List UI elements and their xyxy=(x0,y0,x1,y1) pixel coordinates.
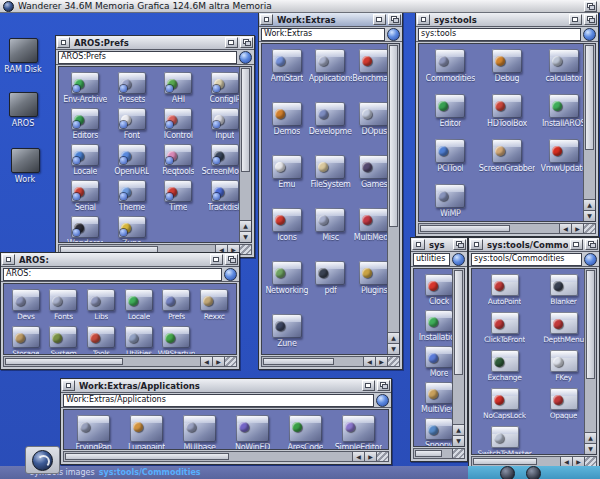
scroll-down-arrow[interactable]: ▼ xyxy=(240,231,251,242)
scroll-right-arrow[interactable]: ▶ xyxy=(212,357,224,366)
scroll-left-arrow[interactable]: ◀ xyxy=(200,357,212,366)
depth-gadget[interactable] xyxy=(240,37,253,48)
scroll-left-arrow[interactable]: ◀ xyxy=(363,357,375,366)
aros-boing-logo-icon[interactable] xyxy=(32,450,53,471)
icon-switchtomaster[interactable]: SwitchToMaster xyxy=(475,426,534,455)
icon-simpleeditor[interactable]: SimpleEditor xyxy=(332,415,385,450)
path-input[interactable]: sys:tools/Commodities xyxy=(471,253,582,266)
icon-arescode[interactable]: AresCode xyxy=(279,415,332,450)
icon-nocapslock[interactable]: NoCapsLock xyxy=(475,388,534,426)
icon-wbstartup[interactable]: WBStartup xyxy=(158,326,196,355)
icon-icontrol[interactable]: IControl xyxy=(155,108,202,144)
icon-wanderer[interactable]: Wanderer xyxy=(62,216,109,243)
depth-gadget[interactable] xyxy=(388,14,401,25)
goto-ball-button[interactable] xyxy=(239,51,252,64)
scroll-thumb[interactable] xyxy=(263,358,334,365)
icon-utilities[interactable]: Utilities xyxy=(120,326,158,355)
icon-wimp[interactable]: WiMP xyxy=(422,184,479,222)
icon-rexxc[interactable]: Rexxc xyxy=(195,289,233,326)
vertical-scrollbar[interactable]: ▲ ▼ xyxy=(583,44,595,221)
zoom-gadget[interactable] xyxy=(210,254,223,265)
resize-corner[interactable] xyxy=(584,457,596,466)
goto-ball-button[interactable] xyxy=(387,28,400,41)
goto-ball-button[interactable] xyxy=(224,268,237,281)
icon-system[interactable]: System xyxy=(45,326,83,355)
scroll-thumb[interactable] xyxy=(473,458,537,465)
status-path-link[interactable]: sys:tools/Commodities xyxy=(99,468,201,477)
icon-theme[interactable]: Theme xyxy=(109,180,156,216)
scroll-left-arrow[interactable]: ◀ xyxy=(559,224,571,233)
close-gadget[interactable] xyxy=(412,239,425,250)
vertical-scrollbar[interactable]: ▲ ▼ xyxy=(387,44,399,354)
scroll-down-arrow[interactable]: ▼ xyxy=(585,443,596,454)
icon-filesystem[interactable]: FileSystem xyxy=(309,155,353,208)
icon-devs[interactable]: Devs xyxy=(7,289,45,326)
scroll-right-arrow[interactable]: ▶ xyxy=(571,224,583,233)
icon-misc[interactable]: Misc xyxy=(309,208,353,261)
vertical-scrollbar[interactable]: ▲ ▼ xyxy=(584,269,596,454)
depth-gadget[interactable] xyxy=(377,380,390,391)
goto-ball-button[interactable] xyxy=(376,394,389,407)
resize-corner[interactable] xyxy=(239,245,251,254)
icon-libs[interactable]: Libs xyxy=(82,289,120,326)
scroll-thumb[interactable] xyxy=(5,358,123,365)
icon-pcitool[interactable]: PCITool xyxy=(422,139,479,184)
icon-demos[interactable]: Demos xyxy=(265,102,309,155)
horizontal-scrollbar[interactable]: ◀ ▶ xyxy=(63,451,389,462)
window-titlebar[interactable]: sys:tools xyxy=(416,13,598,27)
window-titlebar[interactable]: sys:tools/Commodities xyxy=(469,238,599,252)
scroll-thumb[interactable] xyxy=(586,270,595,379)
horizontal-scrollbar[interactable]: ◀ ▶ xyxy=(3,356,237,367)
icon-autopoint[interactable]: AutoPoint xyxy=(475,274,534,312)
icon-commodities[interactable]: Commodities xyxy=(422,49,479,94)
icon-prefs[interactable]: Prefs xyxy=(158,289,196,326)
icon-fryingpan[interactable]: FryingPan xyxy=(67,415,120,450)
icon-clicktofront[interactable]: ClickToFront xyxy=(475,312,534,350)
icon-presets[interactable]: Presets xyxy=(109,72,156,108)
desktop-icon-work[interactable]: Work xyxy=(2,148,48,184)
icon-storage[interactable]: Storage xyxy=(7,326,45,355)
resize-corner[interactable] xyxy=(452,449,464,458)
close-gadget[interactable] xyxy=(2,254,15,265)
resize-corner[interactable] xyxy=(583,224,595,233)
icon-networking[interactable]: Networking xyxy=(265,261,309,314)
scroll-up-arrow[interactable]: ▲ xyxy=(584,199,595,210)
scroll-thumb[interactable] xyxy=(585,45,594,150)
icon-development[interactable]: Development xyxy=(309,102,353,155)
path-input[interactable]: AROS:Prefs xyxy=(58,51,237,64)
icon-pdf[interactable]: pdf xyxy=(309,261,353,314)
icon-font[interactable]: Font xyxy=(109,108,156,144)
scroll-up-arrow[interactable]: ▲ xyxy=(453,424,464,435)
icon-lunapaint[interactable]: Lunapaint xyxy=(120,415,173,450)
icon-nowined[interactable]: NoWinED xyxy=(226,415,279,450)
vertical-scrollbar[interactable]: ▲ ▼ xyxy=(239,67,251,242)
icon-debug[interactable]: Debug xyxy=(479,49,536,94)
resize-corner[interactable] xyxy=(387,357,399,366)
dock-knob-icon[interactable] xyxy=(526,466,541,479)
goto-ball-button[interactable] xyxy=(583,28,596,41)
icon-openurl[interactable]: OpenURL xyxy=(109,144,156,180)
scroll-up-arrow[interactable]: ▲ xyxy=(388,332,399,343)
horizontal-scrollbar[interactable]: ◀ ▶ xyxy=(418,223,596,234)
icon-env-archive[interactable]: Env-Archive xyxy=(62,72,109,108)
screen-depth-gadget[interactable] xyxy=(584,1,597,12)
scroll-up-arrow[interactable]: ▲ xyxy=(585,432,596,443)
desktop-icon-ram-disk[interactable]: RAM Disk xyxy=(0,38,46,74)
icon-locale[interactable]: Locale xyxy=(62,144,109,180)
resize-corner[interactable] xyxy=(224,357,236,366)
scroll-down-arrow[interactable]: ▼ xyxy=(453,435,464,446)
close-gadget[interactable] xyxy=(417,14,430,25)
zoom-gadget[interactable] xyxy=(569,14,582,25)
icon-editor[interactable]: Editor xyxy=(422,94,479,139)
zoom-gadget[interactable] xyxy=(225,37,238,48)
path-input[interactable]: AROS: xyxy=(3,268,222,281)
goto-ball-button[interactable] xyxy=(452,253,465,266)
path-input[interactable]: utilities xyxy=(413,253,450,266)
dock-knob-icon[interactable] xyxy=(500,466,515,479)
icon-applications[interactable]: Applications xyxy=(309,49,353,102)
resize-corner[interactable] xyxy=(376,452,388,461)
scroll-thumb[interactable] xyxy=(420,225,510,232)
scroll-left-arrow[interactable]: ◀ xyxy=(352,452,364,461)
scroll-down-arrow[interactable]: ▼ xyxy=(388,343,399,354)
icon-icons[interactable]: Icons xyxy=(265,208,309,261)
